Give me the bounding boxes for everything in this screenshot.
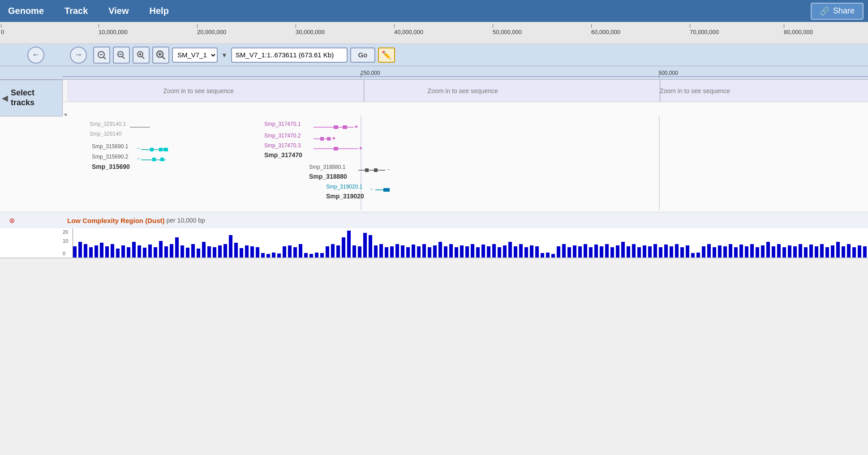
svg-rect-50	[374, 168, 378, 172]
svg-rect-22	[150, 148, 154, 151]
svg-rect-166	[653, 244, 657, 258]
svg-rect-121	[412, 245, 415, 258]
svg-rect-203	[852, 247, 856, 258]
svg-rect-95	[272, 253, 275, 258]
svg-rect-182	[739, 245, 743, 258]
ruler-tick-70m: 70,000,000	[690, 29, 719, 35]
svg-text:←: ←	[370, 186, 374, 192]
go-button[interactable]: Go	[350, 47, 375, 63]
zoom-in-small-button[interactable]	[133, 47, 150, 64]
menu-genome[interactable]: Genome	[4, 4, 47, 18]
low-complexity-close-icon[interactable]: ⊗	[9, 216, 15, 225]
svg-text:Smp_317470: Smp_317470	[264, 151, 302, 159]
zoom-out-small-button[interactable]	[93, 47, 110, 64]
ruler-tick-60m: 60,000,000	[591, 29, 620, 35]
svg-rect-78	[180, 245, 184, 258]
menu-view[interactable]: View	[105, 4, 132, 18]
svg-rect-67	[121, 245, 125, 258]
svg-text:→: →	[386, 167, 391, 172]
chromosome-ruler: 0 10,000,000 20,000,000 30,000,000 40,00…	[0, 22, 868, 44]
svg-text:Smp_318880: Smp_318880	[309, 173, 347, 180]
svg-rect-192	[793, 246, 797, 258]
svg-rect-92	[256, 247, 259, 258]
svg-rect-132	[471, 244, 474, 258]
menu-track[interactable]: Track	[61, 4, 91, 18]
chromosome-select[interactable]: SM_V7_1	[172, 47, 218, 63]
ref-seq-track: ⊗ Reference sequence Zoom in to see sequ…	[0, 80, 868, 102]
svg-rect-155	[594, 245, 598, 258]
svg-rect-143	[530, 245, 533, 258]
svg-rect-187	[766, 242, 770, 258]
gene-models-header: ⊗ Gene Models	[0, 104, 868, 116]
share-label: Share	[833, 6, 855, 16]
svg-rect-65	[111, 244, 114, 258]
svg-rect-199	[831, 245, 834, 258]
svg-rect-163	[637, 247, 641, 258]
svg-text:►: ►	[359, 145, 364, 150]
svg-rect-60	[84, 244, 87, 258]
svg-rect-69	[132, 242, 136, 258]
ruler-tick-30m: 30,000,000	[296, 29, 325, 35]
svg-rect-125	[433, 245, 437, 258]
svg-line-5	[122, 56, 125, 59]
scale-label-0: 0	[63, 251, 65, 256]
ruler-tick-0: 0	[1, 29, 4, 35]
low-complexity-label: Low Complexity Region (Dust)	[67, 217, 165, 224]
position-input[interactable]	[231, 47, 348, 63]
scalebar: 250,000 500,000	[0, 66, 868, 80]
svg-rect-96	[277, 253, 281, 258]
zoom-in-large-button[interactable]	[152, 47, 169, 64]
svg-text:Smp_315690.2: Smp_315690.2	[92, 154, 129, 160]
svg-line-2	[103, 57, 106, 59]
svg-rect-181	[734, 247, 738, 258]
svg-rect-167	[659, 247, 662, 258]
share-button[interactable]: 🔗 Share	[811, 3, 864, 20]
svg-rect-149	[562, 244, 566, 258]
svg-rect-79	[186, 248, 189, 258]
svg-rect-160	[621, 242, 625, 258]
select-tracks-label: Selecttracks	[11, 88, 34, 107]
svg-rect-128	[449, 244, 453, 258]
svg-line-13	[162, 56, 165, 59]
svg-rect-71	[143, 248, 146, 258]
svg-rect-190	[782, 247, 786, 258]
svg-rect-124	[428, 247, 431, 258]
svg-text:Smp_318880.1: Smp_318880.1	[309, 164, 346, 170]
scalebar-tick-500k: 500,000	[659, 70, 678, 76]
main-content: ◀ Selecttracks ⊗ Reference sequence Zoom…	[0, 80, 868, 455]
zoom-out-large-button[interactable]	[113, 47, 130, 64]
svg-rect-44	[334, 147, 338, 150]
svg-rect-116	[385, 247, 388, 258]
svg-rect-127	[444, 246, 447, 258]
zoom-msg-2: Zoom in to see sequence	[428, 87, 498, 94]
bottom-area	[0, 258, 868, 455]
highlight-button[interactable]: ✏️	[378, 47, 395, 63]
svg-rect-154	[589, 247, 593, 258]
svg-rect-73	[154, 247, 157, 258]
svg-rect-134	[481, 245, 485, 258]
svg-rect-82	[202, 242, 206, 258]
svg-rect-153	[584, 244, 587, 258]
svg-rect-158	[610, 247, 614, 258]
svg-rect-101	[304, 253, 308, 258]
svg-text:Smp_317470.1: Smp_317470.1	[264, 121, 301, 127]
back-button[interactable]: ←	[27, 47, 44, 64]
menu-help[interactable]: Help	[146, 4, 172, 18]
svg-rect-144	[535, 246, 539, 258]
svg-rect-108	[342, 237, 345, 258]
svg-text:►: ►	[332, 135, 337, 141]
svg-rect-107	[336, 245, 340, 258]
forward-button[interactable]: →	[70, 47, 87, 64]
svg-rect-83	[207, 246, 211, 258]
scale-label-20: 20	[63, 229, 68, 235]
svg-rect-93	[261, 253, 265, 258]
svg-rect-202	[847, 244, 851, 258]
svg-text:►: ►	[354, 124, 359, 129]
svg-rect-28	[152, 158, 156, 161]
svg-rect-91	[250, 246, 254, 258]
zoom-msg-3: Zoom in to see sequence	[660, 87, 730, 94]
select-tracks-button[interactable]: ◀ Selecttracks	[0, 80, 63, 116]
svg-rect-87	[229, 235, 232, 258]
svg-rect-103	[315, 253, 318, 258]
svg-rect-197	[820, 244, 824, 258]
